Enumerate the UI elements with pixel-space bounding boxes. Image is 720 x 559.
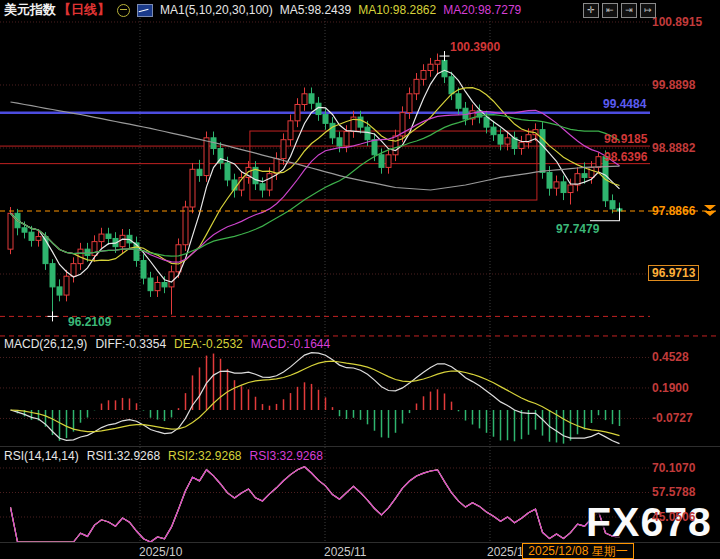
pan-icon[interactable]: ✛: [583, 3, 599, 18]
scroll-left-icon[interactable]: ⇤: [602, 3, 618, 18]
current-date-box: 2025/12/08 星期一: [522, 543, 634, 559]
scroll-right-icon[interactable]: ⇥: [621, 3, 637, 18]
macd-dea-value: DEA:-0.2532: [174, 337, 243, 351]
macd-legend: MACD(26,12,9) DIFF:-0.3354 DEA:-0.2532 M…: [4, 337, 330, 351]
rsi-panel: [11, 467, 620, 542]
price-arrow-icon[interactable]: [704, 205, 717, 218]
candlestick-series: [8, 54, 622, 317]
macd-axis-tick: -0.0727: [652, 411, 693, 425]
marker-layer: [0, 51, 718, 321]
resistance2-label: 98.6396: [604, 150, 647, 164]
macd-axis-tick: 0.4528: [652, 350, 689, 364]
last-low-label: 97.7479: [556, 222, 599, 236]
chart-toolbar: ✛ ⇤ ⇥ ↦: [583, 3, 656, 18]
panel-divider: [0, 446, 720, 447]
rsi-axis-tick: 70.1070: [652, 461, 695, 475]
axis-tick: 99.8898: [652, 78, 695, 92]
time-tick: 2025/10: [139, 545, 182, 559]
axis-tick: 100.8915: [652, 15, 702, 29]
macd-diff-value: DIFF:-0.3354: [95, 337, 166, 351]
alert-price-axis-label: 96.9713: [648, 265, 699, 281]
trading-chart-window: 美元指数【日线】 MA1(5,10,20,30,100) MA5:98.2439…: [0, 0, 720, 559]
ma5-value: MA5:98.2439: [280, 3, 351, 17]
rsi-axis-tick: 57.5788: [652, 485, 695, 499]
resistance1-label: 98.9185: [604, 132, 647, 146]
macd-axis-tick: 0.1900: [652, 381, 689, 395]
rsi1-value: RSI1:32.9268: [87, 449, 160, 463]
macd-title: MACD(26,12,9): [4, 337, 87, 351]
ma-settings-label: MA1(5,10,20,30,100): [160, 3, 273, 17]
rsi3-value: RSI3:32.9268: [250, 449, 323, 463]
header-bar: 美元指数【日线】 MA1(5,10,20,30,100) MA5:98.2439…: [4, 2, 521, 18]
ma10-value: MA10:98.2862: [358, 3, 436, 17]
rsi-title: RSI(14,14,14): [4, 449, 79, 463]
blue-line-label: 99.4484: [603, 97, 646, 111]
period-label: 【日线】: [58, 1, 110, 19]
ma20-value: MA20:98.7279: [443, 3, 521, 17]
indicator-chart-icon[interactable]: [137, 4, 153, 17]
swing-low-label: 96.2109: [68, 315, 111, 329]
chart-canvas[interactable]: [0, 0, 720, 559]
price-annotations: [0, 113, 718, 336]
axis-tick: 98.8882: [652, 141, 695, 155]
jump-latest-icon[interactable]: ↦: [640, 3, 656, 18]
gridlines: [0, 18, 650, 543]
rsi-legend: RSI(14,14,14) RSI1:32.9268 RSI2:32.9268 …: [4, 449, 323, 463]
time-tick: 2025/1: [487, 545, 524, 559]
macd-panel: [11, 353, 620, 444]
macd-macd-value: MACD:-0.1644: [251, 337, 330, 351]
current-price-axis-label: 97.8866: [652, 204, 695, 218]
ma-lines: [11, 70, 620, 282]
rsi-axis-tick: 45.0506: [652, 510, 695, 524]
minus-circle-icon[interactable]: [117, 4, 130, 17]
symbol-name: 美元指数: [4, 1, 56, 19]
high-price-label: 100.3900: [450, 40, 500, 54]
time-tick: 2025/11: [324, 545, 367, 559]
rsi2-value: RSI2:32.9268: [168, 449, 241, 463]
